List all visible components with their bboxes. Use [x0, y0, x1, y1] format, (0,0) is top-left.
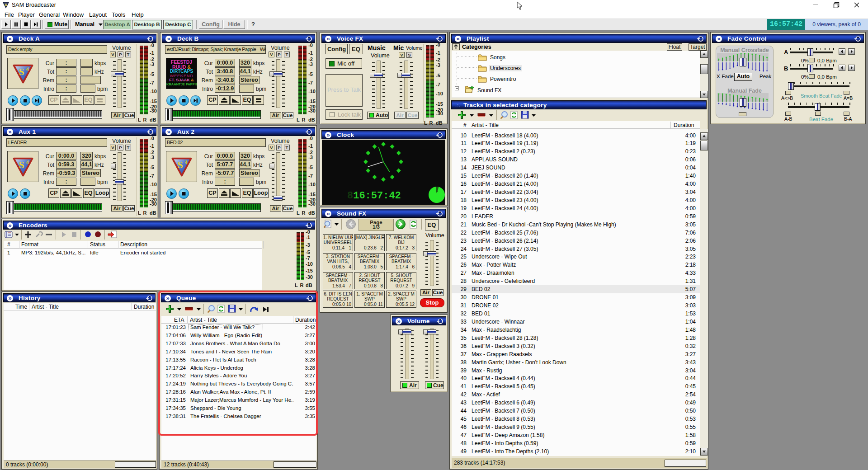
svg-text:4: 4 [26, 159, 28, 165]
svg-text:S: S [5, 3, 7, 7]
svg-text:4: 4 [184, 159, 187, 165]
svg-text:4: 4 [26, 66, 28, 72]
svg-text:S: S [19, 66, 24, 77]
svg-text:S: S [177, 160, 183, 170]
svg-text:S: S [19, 160, 24, 170]
